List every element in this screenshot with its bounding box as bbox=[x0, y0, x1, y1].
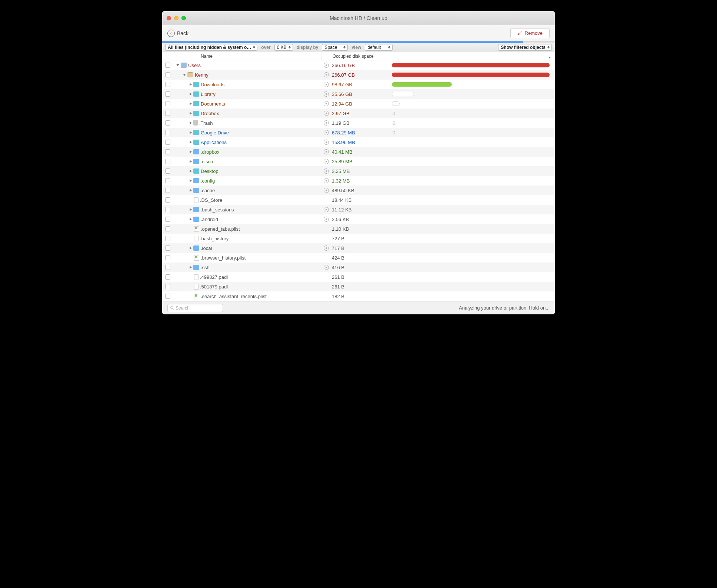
quicklook-icon[interactable] bbox=[324, 63, 329, 68]
table-row[interactable]: .ssh416 B bbox=[162, 263, 555, 272]
row-checkbox[interactable] bbox=[165, 82, 170, 87]
row-checkbox[interactable] bbox=[165, 178, 170, 183]
table-row[interactable]: Dropbox2.97 GB0 bbox=[162, 108, 555, 118]
row-checkbox[interactable] bbox=[165, 245, 170, 251]
disclosure-triangle-icon[interactable] bbox=[190, 247, 192, 250]
disclosure-triangle-icon[interactable] bbox=[190, 112, 192, 115]
row-checkbox[interactable] bbox=[165, 140, 170, 145]
row-checkbox[interactable] bbox=[165, 284, 170, 289]
table-row[interactable]: .config1.32 MB bbox=[162, 176, 555, 186]
close-icon[interactable] bbox=[167, 16, 171, 20]
row-checkbox[interactable] bbox=[165, 294, 170, 299]
disclosure-triangle-icon[interactable] bbox=[190, 179, 192, 182]
table-row[interactable]: .cache489.50 KB bbox=[162, 186, 555, 195]
search-input[interactable]: Search bbox=[167, 304, 223, 312]
table-row[interactable]: Google Drive678.29 MB0 bbox=[162, 128, 555, 137]
row-checkbox[interactable] bbox=[165, 274, 170, 280]
disclosure-triangle-icon[interactable] bbox=[190, 121, 192, 124]
row-checkbox[interactable] bbox=[165, 159, 170, 164]
table-row[interactable]: Applications153.96 MB bbox=[162, 137, 555, 147]
column-space[interactable]: Occupied disk space bbox=[321, 54, 555, 59]
folder-teal-icon bbox=[193, 111, 199, 116]
table-row[interactable]: Kenny266.07 GB bbox=[162, 70, 555, 80]
minimize-icon[interactable] bbox=[174, 16, 179, 20]
table-row[interactable]: .local717 B bbox=[162, 243, 555, 253]
disclosure-triangle-icon[interactable] bbox=[190, 141, 192, 144]
quicklook-icon[interactable] bbox=[324, 207, 329, 212]
disclosure-triangle-icon[interactable] bbox=[190, 83, 192, 86]
row-checkbox[interactable] bbox=[165, 120, 170, 126]
column-name[interactable]: Name bbox=[173, 52, 321, 60]
quicklook-icon[interactable] bbox=[324, 159, 329, 164]
row-checkbox[interactable] bbox=[165, 111, 170, 116]
disclosure-triangle-icon[interactable] bbox=[190, 102, 192, 105]
table-row[interactable]: .Trash1.19 GB0 bbox=[162, 118, 555, 128]
table-row[interactable]: Users266.16 GB bbox=[162, 60, 555, 70]
quicklook-icon[interactable] bbox=[324, 217, 329, 222]
disclosure-triangle-icon[interactable] bbox=[176, 64, 179, 66]
table-row[interactable]: .bash_sessions11.12 KB bbox=[162, 205, 555, 214]
quicklook-icon[interactable] bbox=[324, 130, 329, 135]
table-row[interactable]: .dropbox40.41 MB bbox=[162, 147, 555, 157]
quicklook-icon[interactable] bbox=[324, 82, 329, 87]
disclosure-triangle-icon[interactable] bbox=[190, 266, 192, 269]
remove-button[interactable]: Remove bbox=[510, 28, 550, 38]
row-checkbox[interactable] bbox=[165, 226, 170, 231]
disclosure-triangle-icon[interactable] bbox=[190, 218, 192, 221]
row-checkbox[interactable] bbox=[165, 217, 170, 222]
size-threshold-select[interactable]: 0 KB bbox=[274, 44, 293, 51]
disclosure-triangle-icon[interactable] bbox=[190, 160, 192, 163]
quicklook-icon[interactable] bbox=[324, 245, 329, 251]
table-row[interactable]: Library35.66 GB bbox=[162, 89, 555, 99]
quicklook-icon[interactable] bbox=[324, 265, 329, 270]
row-checkbox[interactable] bbox=[165, 265, 170, 270]
table-row[interactable]: .499827.padl261 B bbox=[162, 272, 555, 282]
row-checkbox[interactable] bbox=[165, 188, 170, 193]
disclosure-triangle-icon[interactable] bbox=[190, 189, 192, 192]
table-row[interactable]: .DS_Store18.44 KB bbox=[162, 195, 555, 205]
disclosure-triangle-icon[interactable] bbox=[190, 150, 192, 153]
table-row[interactable]: .501879.padl261 B bbox=[162, 282, 555, 291]
table-row[interactable]: .cisco25.89 MB bbox=[162, 157, 555, 166]
table-row[interactable]: Desktop3.25 MB bbox=[162, 166, 555, 176]
scope-select[interactable]: All files (including hidden & system o… bbox=[165, 44, 257, 51]
quicklook-icon[interactable] bbox=[324, 91, 329, 97]
table-row[interactable]: Downloads98.67 GB bbox=[162, 80, 555, 89]
table-row[interactable]: .bash_history727 B bbox=[162, 234, 555, 243]
disclosure-triangle-icon[interactable] bbox=[190, 93, 192, 96]
table-row[interactable]: Documents12.94 GB bbox=[162, 99, 555, 108]
table-row[interactable]: .search_assistant_recents.plist182 B bbox=[162, 291, 555, 301]
row-checkbox[interactable] bbox=[165, 168, 170, 174]
quicklook-icon[interactable] bbox=[324, 168, 329, 174]
display-by-select[interactable]: Space bbox=[322, 44, 348, 51]
quicklook-icon[interactable] bbox=[324, 178, 329, 183]
view-select[interactable]: default bbox=[365, 44, 393, 51]
row-checkbox[interactable] bbox=[165, 63, 170, 68]
quicklook-icon[interactable] bbox=[324, 72, 329, 77]
quicklook-icon[interactable] bbox=[324, 149, 329, 154]
quicklook-icon[interactable] bbox=[324, 140, 329, 145]
quicklook-icon[interactable] bbox=[324, 120, 329, 126]
row-checkbox[interactable] bbox=[165, 236, 170, 241]
row-checkbox[interactable] bbox=[165, 101, 170, 106]
quicklook-icon[interactable] bbox=[324, 188, 329, 193]
row-checkbox[interactable] bbox=[165, 197, 170, 203]
row-checkbox[interactable] bbox=[165, 72, 170, 77]
row-checkbox[interactable] bbox=[165, 149, 170, 154]
table-row[interactable]: .opened_tabs.plist1.10 KB bbox=[162, 224, 555, 234]
row-checkbox[interactable] bbox=[165, 255, 170, 260]
back-button[interactable]: ‹ Back bbox=[167, 30, 189, 37]
row-checkbox[interactable] bbox=[165, 207, 170, 212]
maximize-icon[interactable] bbox=[181, 16, 186, 20]
quicklook-icon[interactable] bbox=[324, 101, 329, 106]
quicklook-icon[interactable] bbox=[324, 111, 329, 116]
disclosure-triangle-icon[interactable] bbox=[190, 170, 192, 173]
disclosure-triangle-icon[interactable] bbox=[190, 208, 192, 211]
table-row[interactable]: .android2.56 KB bbox=[162, 214, 555, 224]
show-filtered-select[interactable]: Show filtered objects bbox=[498, 44, 552, 51]
disclosure-triangle-icon[interactable] bbox=[190, 131, 192, 134]
table-row[interactable]: .browser_history.plist424 B bbox=[162, 253, 555, 263]
disclosure-triangle-icon[interactable] bbox=[183, 74, 186, 76]
row-checkbox[interactable] bbox=[165, 130, 170, 135]
row-checkbox[interactable] bbox=[165, 91, 170, 97]
